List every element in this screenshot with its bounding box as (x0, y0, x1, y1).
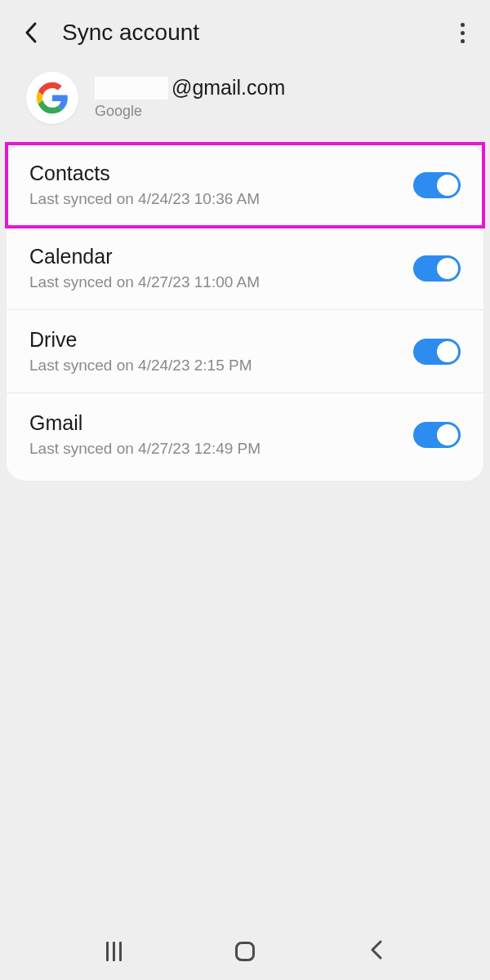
nav-back-button[interactable] (369, 939, 384, 964)
sync-item-subtitle: Last synced on 4/24/23 2:15 PM (29, 357, 252, 375)
sync-item-title: Contacts (29, 162, 260, 185)
app-header: Sync account (0, 0, 490, 60)
sync-list: Contacts Last synced on 4/24/23 10:36 AM… (7, 144, 483, 481)
sync-toggle[interactable] (413, 255, 461, 282)
google-icon (26, 72, 78, 124)
back-button[interactable] (20, 21, 42, 44)
nav-home-button[interactable] (235, 942, 255, 961)
sync-item-text: Drive Last synced on 4/24/23 2:15 PM (29, 328, 252, 375)
sync-toggle[interactable] (413, 172, 461, 198)
account-provider: Google (95, 103, 285, 120)
dot-icon (461, 39, 465, 43)
sync-item-gmail[interactable]: Gmail Last synced on 4/27/23 12:49 PM (7, 393, 483, 481)
sync-item-contacts[interactable]: Contacts Last synced on 4/24/23 10:36 AM (7, 144, 483, 227)
sync-toggle[interactable] (413, 422, 461, 448)
email-username-masked (95, 77, 168, 100)
account-section: @gmail.com Google (0, 60, 490, 144)
sync-item-title: Gmail (29, 411, 261, 435)
sync-item-subtitle: Last synced on 4/27/23 11:00 AM (29, 273, 260, 291)
header-left: Sync account (20, 20, 199, 46)
system-navbar (0, 923, 490, 980)
account-text: @gmail.com Google (95, 76, 285, 120)
email-domain: @gmail.com (172, 76, 285, 100)
sync-item-text: Contacts Last synced on 4/24/23 10:36 AM (29, 162, 260, 208)
sync-toggle[interactable] (413, 339, 461, 365)
sync-item-title: Drive (29, 328, 252, 352)
sync-item-drive[interactable]: Drive Last synced on 4/24/23 2:15 PM (7, 310, 483, 393)
sync-item-calendar[interactable]: Calendar Last synced on 4/27/23 11:00 AM (7, 227, 483, 310)
sync-item-text: Gmail Last synced on 4/27/23 12:49 PM (29, 411, 261, 458)
sync-item-text: Calendar Last synced on 4/27/23 11:00 AM (29, 245, 260, 291)
more-options-button[interactable] (451, 21, 474, 44)
dot-icon (461, 23, 465, 27)
chevron-left-icon (24, 21, 38, 44)
sync-item-title: Calendar (29, 245, 260, 268)
page-title: Sync account (62, 20, 199, 46)
account-email: @gmail.com (95, 76, 285, 100)
nav-recent-button[interactable] (106, 942, 122, 961)
sync-item-subtitle: Last synced on 4/27/23 12:49 PM (29, 440, 261, 458)
chevron-left-icon (369, 939, 384, 960)
dot-icon (461, 31, 465, 35)
sync-item-subtitle: Last synced on 4/24/23 10:36 AM (29, 190, 260, 208)
